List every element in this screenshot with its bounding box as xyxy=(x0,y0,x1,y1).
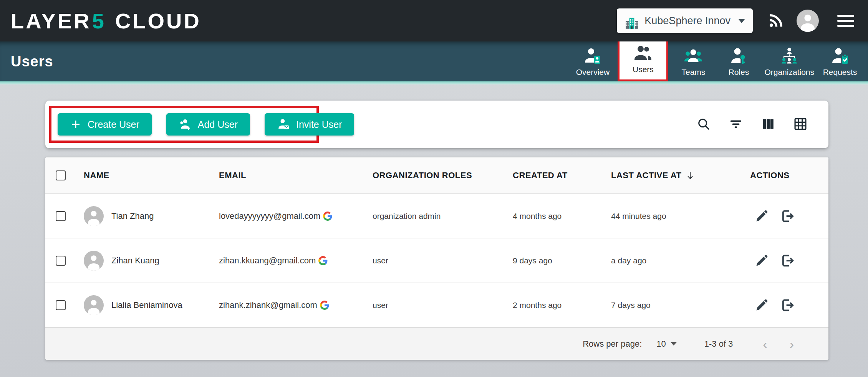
users-page-navbar: Users Overview xyxy=(0,41,868,81)
user-name[interactable]: Lialia Beniaminova xyxy=(111,300,182,310)
table-row: Lialia Beniaminova zihank.zihank@gmail.c… xyxy=(45,283,828,327)
column-header-actions: ACTIONS xyxy=(742,170,828,180)
edit-user-icon[interactable] xyxy=(755,254,769,268)
column-header-name[interactable]: NAME xyxy=(76,170,211,180)
rss-feed-icon[interactable] xyxy=(767,12,784,29)
organization-roles: organization admin xyxy=(365,212,505,221)
select-all-cell xyxy=(45,170,76,180)
last-active-at: 7 days ago xyxy=(603,301,742,310)
column-header-email[interactable]: EMAIL xyxy=(211,170,365,180)
pagination-range: 1-3 of 3 xyxy=(704,339,733,349)
organization-roles: user xyxy=(365,256,505,265)
table-row: Tian Zhang lovedayyyyyyy@gmail.com organ… xyxy=(45,194,828,238)
created-at: 4 months ago xyxy=(505,212,603,221)
google-provider-icon xyxy=(318,256,328,266)
remove-user-icon[interactable] xyxy=(780,209,795,223)
logo-accent-5: 5 xyxy=(92,8,106,33)
users-table: NAME EMAIL ORGANIZATION ROLES CREATED AT… xyxy=(45,157,828,360)
hamburger-menu-icon[interactable] xyxy=(837,15,854,27)
remove-user-icon[interactable] xyxy=(780,298,795,313)
organization-roles: user xyxy=(365,301,505,310)
chevron-down-icon xyxy=(671,342,677,346)
nav-tab-requests[interactable]: Requests xyxy=(817,43,863,81)
google-provider-icon xyxy=(323,211,333,221)
table-row: Zihan Kuang zihan.kkuang@gmail.com user … xyxy=(45,238,828,283)
nav-tab-overview[interactable]: Overview xyxy=(570,43,615,81)
user-email: lovedayyyyyyy@gmail.com xyxy=(219,211,320,221)
nav-tab-label: Requests xyxy=(823,68,857,77)
last-active-at: 44 minutes ago xyxy=(603,212,742,221)
requests-person-clipboard-icon xyxy=(831,47,849,65)
nav-tab-teams[interactable]: Teams xyxy=(671,43,716,81)
user-name[interactable]: Zihan Kuang xyxy=(111,256,159,266)
roles-person-key-icon xyxy=(729,47,748,65)
rows-per-page-label: Rows per page: xyxy=(583,339,642,349)
page-title: Users xyxy=(11,53,53,70)
select-all-checkbox[interactable] xyxy=(56,170,66,180)
plus-icon xyxy=(70,119,81,130)
grid-view-icon[interactable] xyxy=(793,117,808,131)
search-icon[interactable] xyxy=(696,117,711,131)
organization-selector[interactable]: KubeSphere Innov xyxy=(617,8,753,33)
nav-tab-label: Users xyxy=(633,65,654,74)
filter-icon[interactable] xyxy=(729,117,743,131)
person-add-icon xyxy=(179,118,192,131)
row-checkbox[interactable] xyxy=(56,300,66,310)
nav-tab-users-active[interactable]: Users xyxy=(618,38,668,81)
last-active-at: a day ago xyxy=(603,256,742,265)
table-header-row: NAME EMAIL ORGANIZATION ROLES CREATED AT… xyxy=(45,157,828,194)
row-checkbox[interactable] xyxy=(56,256,66,266)
top-app-bar: LAYER 5 CLOUD Kub xyxy=(0,0,868,41)
edit-user-icon[interactable] xyxy=(755,298,769,312)
table-pagination: Rows per page: 10 1-3 of 3 ‹ › xyxy=(45,327,828,360)
overview-person-badge-icon xyxy=(583,47,602,65)
created-at: 2 months ago xyxy=(505,301,603,310)
chevron-down-icon xyxy=(738,19,745,23)
row-checkbox[interactable] xyxy=(56,211,66,221)
created-at: 9 days ago xyxy=(505,256,603,265)
google-provider-icon xyxy=(320,300,330,310)
previous-page-button[interactable]: ‹ xyxy=(763,337,767,351)
add-user-label: Add User xyxy=(198,119,238,130)
nav-tab-organizations[interactable]: Organizations xyxy=(761,43,817,81)
logo-text-cloud: CLOUD xyxy=(115,8,201,33)
create-user-button[interactable]: Create User xyxy=(58,113,152,136)
rows-per-page-select[interactable]: 10 xyxy=(656,339,676,349)
columns-view-icon[interactable] xyxy=(761,117,775,131)
users-people-icon xyxy=(634,44,652,63)
column-header-created-at[interactable]: CREATED AT xyxy=(505,170,603,180)
users-toolbar-card: Create User Add User xyxy=(45,101,828,148)
nav-tabs: Overview Users xyxy=(570,38,863,81)
edit-user-icon[interactable] xyxy=(755,209,769,223)
next-page-button[interactable]: › xyxy=(790,337,794,351)
organizations-hierarchy-icon xyxy=(780,47,798,65)
user-email: zihank.zihank@gmail.com xyxy=(219,300,317,310)
user-name[interactable]: Tian Zhang xyxy=(111,211,154,221)
teams-group-icon xyxy=(684,47,702,65)
layer5-cloud-logo[interactable]: LAYER 5 CLOUD xyxy=(11,8,201,33)
sort-descending-arrow-icon xyxy=(685,170,695,180)
column-header-organization-roles[interactable]: ORGANIZATION ROLES xyxy=(365,170,505,180)
invite-user-label: Invite User xyxy=(296,119,342,130)
add-user-button[interactable]: Add User xyxy=(166,113,250,136)
nav-tab-roles[interactable]: Roles xyxy=(716,43,761,81)
logo-text-layer: LAYER xyxy=(11,8,91,33)
building-icon xyxy=(624,12,639,30)
nav-tab-label: Roles xyxy=(729,68,749,77)
nav-tab-label: Overview xyxy=(576,68,610,77)
user-action-buttons: Create User Add User xyxy=(58,113,354,136)
create-user-label: Create User xyxy=(88,119,139,130)
organization-name: KubeSphere Innov xyxy=(644,15,731,27)
invite-user-button[interactable]: Invite User xyxy=(265,113,354,136)
topbar-right-cluster: KubeSphere Innov xyxy=(617,8,857,33)
avatar xyxy=(84,295,104,315)
column-header-last-active-at[interactable]: LAST ACTIVE AT xyxy=(603,170,742,180)
last-active-header-label: LAST ACTIVE AT xyxy=(611,170,681,180)
table-view-controls xyxy=(696,117,808,131)
avatar xyxy=(84,251,104,271)
avatar xyxy=(84,206,104,226)
nav-tab-label: Organizations xyxy=(764,68,814,77)
user-avatar[interactable] xyxy=(797,10,819,32)
person-envelope-icon xyxy=(277,118,290,131)
remove-user-icon[interactable] xyxy=(780,253,795,268)
